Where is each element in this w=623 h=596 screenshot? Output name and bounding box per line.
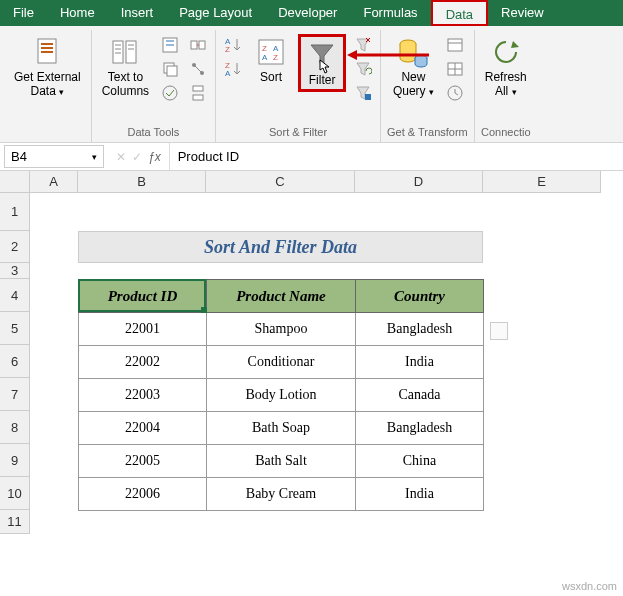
name-box-dropdown-icon[interactable]: ▾ bbox=[92, 152, 97, 162]
group-data-tools: Text toColumns Data Tools bbox=[92, 30, 216, 142]
table-row[interactable]: 22004Bath SoapBangladesh bbox=[79, 412, 484, 445]
svg-text:Z: Z bbox=[225, 45, 230, 54]
svg-text:Z: Z bbox=[262, 44, 267, 53]
svg-rect-2 bbox=[41, 47, 53, 49]
sort-icon: ZAAZ bbox=[255, 36, 287, 68]
table-row[interactable]: 22006Baby CreamIndia bbox=[79, 478, 484, 511]
row-header-2[interactable]: 2 bbox=[0, 231, 30, 263]
clear-filter-button[interactable] bbox=[352, 34, 374, 56]
ribbon-tabs: File Home Insert Page Layout Developer F… bbox=[0, 0, 623, 26]
flash-fill-button[interactable] bbox=[159, 34, 181, 56]
row-header-11[interactable]: 11 bbox=[0, 510, 30, 534]
svg-rect-38 bbox=[448, 39, 462, 51]
data-validation-button[interactable] bbox=[159, 82, 181, 104]
svg-rect-20 bbox=[193, 86, 203, 91]
row-header-5[interactable]: 5 bbox=[0, 312, 30, 345]
svg-rect-4 bbox=[113, 41, 123, 63]
svg-rect-21 bbox=[193, 95, 203, 100]
row-header-3[interactable]: 3 bbox=[0, 263, 30, 279]
sort-desc-button[interactable]: ZA bbox=[222, 58, 244, 80]
get-external-data-button[interactable]: Get ExternalData ▾ bbox=[10, 34, 85, 101]
formula-bar[interactable]: Product ID bbox=[169, 143, 623, 170]
sort-button[interactable]: ZAAZ Sort bbox=[250, 34, 292, 86]
svg-rect-5 bbox=[126, 41, 136, 63]
new-query-button[interactable]: NewQuery ▾ bbox=[389, 34, 438, 101]
cells-area[interactable]: Sort And Filter Data Product ID Product … bbox=[30, 193, 601, 593]
row-header-7[interactable]: 7 bbox=[0, 378, 30, 411]
svg-rect-3 bbox=[41, 51, 53, 53]
data-table: Product ID Product Name Country 22001Sha… bbox=[78, 279, 484, 511]
col-header-e[interactable]: E bbox=[483, 171, 601, 193]
name-box-value: B4 bbox=[11, 149, 27, 164]
svg-rect-16 bbox=[199, 41, 205, 49]
tab-review[interactable]: Review bbox=[488, 0, 557, 26]
header-country[interactable]: Country bbox=[356, 280, 484, 313]
refresh-all-button[interactable]: RefreshAll ▾ bbox=[481, 34, 531, 101]
table-row[interactable]: 22003Body LotionCanada bbox=[79, 379, 484, 412]
text-to-columns-button[interactable]: Text toColumns bbox=[98, 34, 153, 101]
row-headers: 1 2 3 4 5 6 7 8 9 10 11 bbox=[0, 193, 30, 593]
tab-insert[interactable]: Insert bbox=[108, 0, 167, 26]
row-header-10[interactable]: 10 bbox=[0, 477, 30, 510]
refresh-icon bbox=[490, 36, 522, 68]
group-get-external: Get ExternalData ▾ bbox=[4, 30, 92, 142]
recent-sources-button[interactable] bbox=[444, 82, 466, 104]
group-sort-filter: AZ ZA ZAAZ Sort Filter bbox=[216, 30, 381, 142]
database-icon bbox=[31, 36, 63, 68]
row-header-1[interactable]: 1 bbox=[0, 193, 30, 231]
table-row[interactable]: 22001ShampooBangladesh bbox=[79, 313, 484, 346]
col-header-d[interactable]: D bbox=[355, 171, 483, 193]
filter-button[interactable]: Filter bbox=[298, 34, 346, 92]
name-box[interactable]: B4 ▾ bbox=[4, 145, 104, 168]
tab-developer[interactable]: Developer bbox=[265, 0, 350, 26]
svg-marker-44 bbox=[511, 41, 519, 48]
header-product-id[interactable]: Product ID bbox=[79, 280, 207, 313]
sort-asc-button[interactable]: AZ bbox=[222, 34, 244, 56]
relationships-button[interactable] bbox=[187, 58, 209, 80]
show-queries-button[interactable] bbox=[444, 34, 466, 56]
tab-home[interactable]: Home bbox=[47, 0, 108, 26]
svg-rect-35 bbox=[365, 94, 371, 100]
table-row[interactable]: 22002ConditionarIndia bbox=[79, 346, 484, 379]
text-to-columns-label: Text toColumns bbox=[102, 70, 149, 99]
header-product-name[interactable]: Product Name bbox=[207, 280, 356, 313]
spreadsheet-grid: A B C D E 1 2 3 4 5 6 7 8 9 10 11 Sort A… bbox=[0, 171, 623, 593]
col-header-a[interactable]: A bbox=[30, 171, 78, 193]
enter-formula-button[interactable]: ✓ bbox=[132, 150, 142, 164]
remove-duplicates-button[interactable] bbox=[159, 58, 181, 80]
col-header-c[interactable]: C bbox=[206, 171, 355, 193]
svg-text:Z: Z bbox=[273, 53, 278, 62]
consolidate-button[interactable] bbox=[187, 34, 209, 56]
svg-rect-15 bbox=[191, 41, 197, 49]
select-all-corner[interactable] bbox=[0, 171, 30, 193]
tab-page-layout[interactable]: Page Layout bbox=[166, 0, 265, 26]
formula-bar-row: B4 ▾ ✕ ✓ ƒx Product ID bbox=[0, 143, 623, 171]
paste-options-button[interactable] bbox=[490, 322, 508, 340]
tab-formulas[interactable]: Formulas bbox=[350, 0, 430, 26]
row-header-6[interactable]: 6 bbox=[0, 345, 30, 378]
data-tools-label: Data Tools bbox=[127, 124, 179, 142]
col-header-b[interactable]: B bbox=[78, 171, 206, 193]
text-to-columns-icon bbox=[109, 36, 141, 68]
data-model-button[interactable] bbox=[187, 82, 209, 104]
table-row[interactable]: 22005Bath SaltChina bbox=[79, 445, 484, 478]
get-transform-label: Get & Transform bbox=[387, 124, 468, 142]
refresh-label: RefreshAll ▾ bbox=[485, 70, 527, 99]
tab-file[interactable]: File bbox=[0, 0, 47, 26]
connections-label: Connectio bbox=[481, 124, 531, 142]
advanced-filter-button[interactable] bbox=[352, 82, 374, 104]
sort-label: Sort bbox=[260, 70, 282, 84]
from-table-button[interactable] bbox=[444, 58, 466, 80]
reapply-button[interactable] bbox=[352, 58, 374, 80]
tab-data[interactable]: Data bbox=[431, 0, 488, 26]
formula-buttons: ✕ ✓ ƒx bbox=[108, 150, 169, 164]
row-header-8[interactable]: 8 bbox=[0, 411, 30, 444]
group-connections: RefreshAll ▾ Connectio bbox=[475, 30, 537, 142]
cancel-formula-button[interactable]: ✕ bbox=[116, 150, 126, 164]
title-cell[interactable]: Sort And Filter Data bbox=[78, 231, 483, 263]
get-external-label: Get ExternalData ▾ bbox=[14, 70, 81, 99]
row-header-4[interactable]: 4 bbox=[0, 279, 30, 312]
row-header-9[interactable]: 9 bbox=[0, 444, 30, 477]
fx-button[interactable]: ƒx bbox=[148, 150, 161, 164]
new-query-label: NewQuery ▾ bbox=[393, 70, 434, 99]
